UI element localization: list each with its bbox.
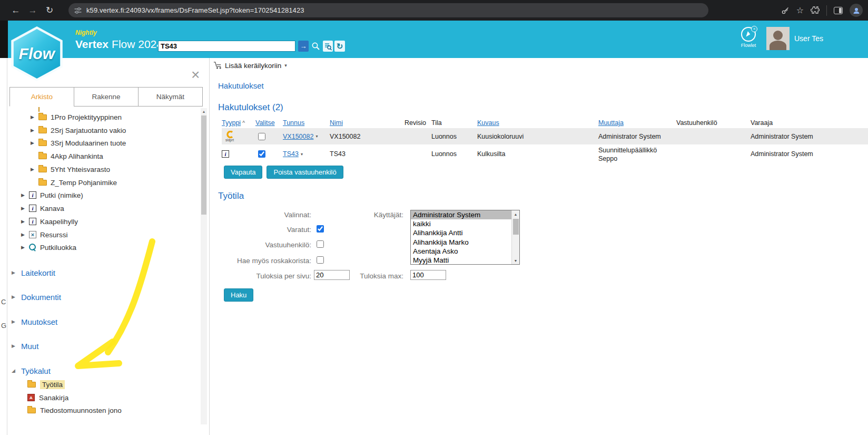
tree-item[interactable]: ▶ × Resurssi <box>8 228 68 241</box>
varatut-checkbox[interactable] <box>317 225 324 233</box>
tree-item-label[interactable]: Työtila <box>40 380 65 389</box>
expand-arrow-icon[interactable]: ▶ <box>12 319 18 324</box>
tunnus-link[interactable]: TS43 <box>283 150 299 158</box>
tree-item[interactable]: ▶ 2Srj Sarjatuotanto vakio <box>8 124 126 137</box>
sidebar-scrollbar[interactable]: ▲ <box>201 108 207 424</box>
expand-arrow-icon[interactable]: ▶ <box>12 294 18 299</box>
browser-profile-icon[interactable] <box>850 4 863 17</box>
scroll-up-icon[interactable]: ▲ <box>512 210 519 218</box>
tab-nakymat[interactable]: Näkymät <box>138 87 203 107</box>
tree-item[interactable]: Z_Temp Pohjanimike <box>8 176 117 189</box>
tab-arkisto[interactable]: Arkisto <box>9 87 74 107</box>
reload-icon[interactable]: ↻ <box>41 5 58 16</box>
results-per-page-input[interactable] <box>314 270 350 280</box>
search-go-icon[interactable]: → <box>298 41 309 52</box>
add-to-basket-label[interactable]: Lisää keräilykoriin <box>225 62 281 70</box>
column-header-kuvaus[interactable]: Kuvaus <box>477 119 598 127</box>
sidebar-item-sanakirja[interactable]: A Sanakirja <box>8 392 68 403</box>
tree-item-label[interactable]: 3Srj Modulaarinen tuote <box>51 139 126 147</box>
tree-item[interactable]: ▶ 3Srj Modulaarinen tuote <box>8 137 126 149</box>
tree-item-label[interactable]: Kanava <box>40 205 64 212</box>
back-icon[interactable]: ← <box>7 5 24 16</box>
user-avatar[interactable] <box>766 27 790 50</box>
expand-arrow-icon[interactable]: ▶ <box>21 206 26 211</box>
tree-item[interactable]: ▶ i Kanava <box>8 202 64 215</box>
site-settings-icon[interactable] <box>74 6 82 15</box>
row-select-checkbox[interactable] <box>258 133 265 140</box>
results-max-input[interactable] <box>410 270 446 280</box>
listbox-option[interactable]: Administrator System <box>411 210 519 219</box>
tree-item[interactable]: 4Akp Alihankinta <box>8 150 103 162</box>
tree-item-label[interactable]: 5Yht Yhteisvarasto <box>51 166 110 173</box>
listbox-option[interactable]: Asentaja Asko <box>411 247 519 256</box>
forward-icon[interactable]: → <box>24 5 41 16</box>
url-text[interactable]: k59.vertex.fi:24093/vx/frames/DsFrameSet… <box>86 6 304 14</box>
scroll-down-icon[interactable]: ▼ <box>512 257 519 264</box>
bookmark-star-icon[interactable]: ☆ <box>796 5 804 15</box>
chevron-down-icon[interactable]: ▾ <box>284 63 287 68</box>
roskakori-checkbox[interactable] <box>317 256 324 264</box>
expand-arrow-icon[interactable]: ▶ <box>31 140 36 146</box>
tree-item-label[interactable]: Resurssi <box>40 231 68 239</box>
haku-button[interactable]: Haku <box>224 288 253 302</box>
tree-item-label[interactable]: 2Srj Sarjatuotanto vakio <box>51 127 126 134</box>
sidebar-item-tyotila[interactable]: Työtila <box>8 379 65 390</box>
tree-item[interactable]: ▶ i Kaapelihylly <box>8 215 78 228</box>
collapse-arrow-icon[interactable]: ◢ <box>12 368 18 373</box>
side-panel-icon[interactable] <box>834 7 843 14</box>
column-header-valitse[interactable]: Valitse <box>255 119 283 127</box>
expand-arrow-icon[interactable]: ▶ <box>21 219 26 224</box>
tree-item-label[interactable]: Z_Temp Pohjanimike <box>51 179 117 187</box>
column-header-nimi[interactable]: Nimi <box>330 119 405 127</box>
expand-arrow-icon[interactable]: ▶ <box>21 245 26 250</box>
listbox-scrollbar[interactable]: ▲ ▼ <box>511 210 519 264</box>
address-bar[interactable]: k59.vertex.fi:24093/vx/frames/DsFrameSet… <box>68 3 708 17</box>
expand-arrow-icon[interactable]: ▶ <box>31 114 36 120</box>
tree-item-label[interactable]: 4Akp Alihankinta <box>51 152 103 160</box>
expand-arrow-icon[interactable]: ▶ <box>12 270 18 275</box>
listbox-option[interactable]: Alihankkija Antti <box>411 228 519 237</box>
listbox-option[interactable]: Myyjä Matti <box>411 256 519 265</box>
document-search-icon[interactable] <box>323 41 333 52</box>
extensions-puzzle-icon[interactable] <box>811 6 820 15</box>
sidebar-item-laitekortit[interactable]: ▶ Laitekortit <box>8 267 55 278</box>
row-select-checkbox[interactable] <box>258 150 265 158</box>
global-search-input[interactable] <box>158 41 295 52</box>
expand-arrow-icon[interactable]: ▶ <box>12 343 18 349</box>
tree-item-label[interactable]: Tiedostomuunnosten jono <box>40 407 122 414</box>
expand-arrow-icon[interactable]: ▶ <box>21 192 26 198</box>
sidebar-item-tyokalut[interactable]: ◢ Työkalut <box>8 365 51 376</box>
tree-item-label[interactable]: Sanakirja <box>39 394 68 402</box>
tree-item[interactable]: ▶ 1Pro Projektityyppinen <box>8 111 122 123</box>
listbox-option[interactable]: kaikki <box>411 219 519 228</box>
scrollbar-thumb[interactable] <box>513 219 519 235</box>
flowlet-button[interactable]: × Flowlet <box>738 27 758 48</box>
search-magnifier-icon[interactable] <box>310 41 321 52</box>
sidebar-item-muut[interactable]: ▶ Muut <box>8 340 38 352</box>
tree-item[interactable]: ▶ Putkiluokka <box>8 241 76 254</box>
sidebar-item-tiedostomuunnosten-jono[interactable]: Tiedostomuunnosten jono <box>8 404 122 416</box>
password-key-icon[interactable] <box>781 6 790 15</box>
scroll-up-icon[interactable]: ▲ <box>201 108 207 115</box>
tree-item-label[interactable]: Putki (nimike) <box>40 191 83 199</box>
tree-item-label[interactable]: 1Pro Projektityyppinen <box>51 113 122 121</box>
tunnus-link[interactable]: VX150082 <box>283 133 313 140</box>
expand-arrow-icon[interactable]: ▶ <box>21 232 26 237</box>
chevron-down-icon[interactable]: ▾ <box>301 152 303 157</box>
tree-item[interactable]: ▶ i Putki (nimike) <box>8 189 83 201</box>
vapauta-button[interactable]: Vapauta <box>224 166 262 179</box>
vastuuhenkilo-checkbox[interactable] <box>317 240 324 248</box>
add-to-basket-button[interactable]: Lisää keräilykoriin ▾ <box>213 61 287 70</box>
chevron-down-icon[interactable]: ▾ <box>315 134 318 139</box>
search-history-icon[interactable]: ↻ <box>334 41 345 52</box>
sidebar-item-dokumentit[interactable]: ▶ Dokumentit <box>8 291 61 303</box>
user-name[interactable]: User Tes <box>794 34 823 43</box>
tree-item-label[interactable]: Putkiluokka <box>40 244 76 252</box>
close-icon[interactable]: × <box>191 67 200 82</box>
tree-item[interactable]: ▶ 5Yht Yhteisvarasto <box>8 163 110 176</box>
expand-arrow-icon[interactable]: ▶ <box>31 128 36 133</box>
tab-rakenne[interactable]: Rakenne <box>74 87 139 107</box>
users-listbox[interactable]: Administrator System kaikki Alihankkija … <box>410 210 520 265</box>
listbox-option[interactable]: Alihankkija Marko <box>411 238 519 247</box>
column-header-tunnus[interactable]: Tunnus <box>283 119 330 127</box>
